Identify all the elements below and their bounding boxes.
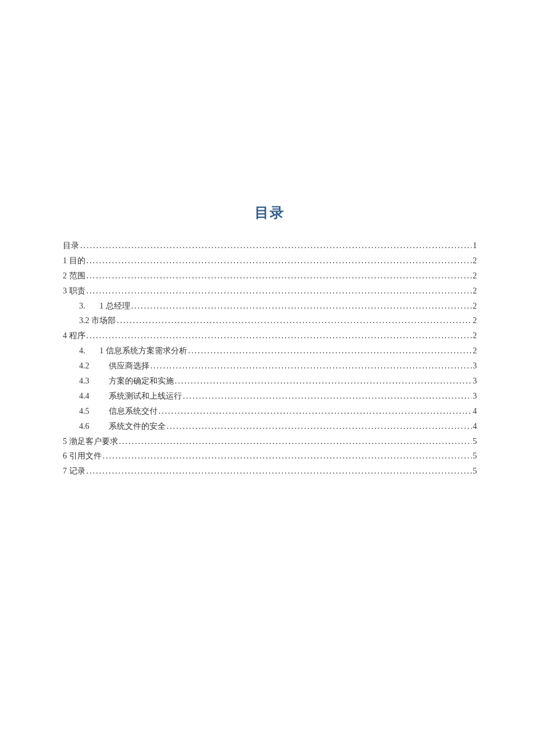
toc-entry-text: 3 职责 [63, 286, 85, 295]
toc-leader-dots [87, 253, 472, 268]
toc-entry-label: 4.3 方案的确定和实施 [79, 374, 174, 389]
toc-entry-label: 3.2 市场部 [79, 313, 116, 328]
toc-entry-label: 6 引用文件 [63, 449, 102, 464]
toc-leader-dots [103, 449, 472, 464]
toc-entry-page: 3 [473, 374, 477, 389]
toc-title: 目录 [63, 203, 477, 222]
toc-entry-text: 2 范围 [63, 271, 85, 280]
toc-entry: 5 渤足客户要求5 [63, 434, 477, 449]
toc-entry-number: 4.5 [79, 404, 102, 419]
toc-entry-label: 1 目的 [63, 253, 85, 268]
toc-entry-text: 5 渤足客户要求 [63, 437, 118, 446]
toc-entry-label: 4.4 系统测试和上线运行 [79, 389, 182, 404]
toc-leader-dots [151, 359, 472, 374]
toc-entry-page: 5 [473, 449, 477, 464]
toc-entry-number: 4. [79, 343, 95, 359]
toc-entry-label: 3 职责 [63, 284, 85, 299]
toc-entry-label: 4.6 系统文件的安全 [79, 419, 166, 434]
toc-entry: 3.2 市场部2 [63, 313, 477, 328]
toc-entry-page: 2 [473, 284, 477, 299]
toc-entry-text: 1 目的 [63, 256, 85, 265]
toc-entry-page: 5 [473, 464, 477, 479]
toc-entry-text: 3.2 市场部 [79, 316, 116, 325]
toc-leader-dots [87, 328, 472, 343]
toc-leader-dots [188, 343, 472, 359]
toc-entry-number: 4.2 [79, 359, 102, 374]
toc-entry-page: 4 [473, 419, 477, 434]
toc-entry-text: 6 引用文件 [63, 452, 102, 460]
document-page: 目录 目录11 目的22 范围23 职责23. 1 总经理23.2 市场部24 … [0, 0, 535, 479]
toc-entry-label: 4.5 信息系统交付 [79, 404, 158, 419]
toc-entry: 4.3 方案的确定和实施3 [63, 374, 477, 389]
toc-entry-label: 3. 1 总经理 [79, 299, 130, 314]
toc-entry: 目录1 [63, 238, 477, 253]
toc-leader-dots [117, 313, 472, 328]
toc-leader-dots [87, 464, 472, 479]
toc-entry-page: 2 [473, 328, 477, 343]
toc-entry-page: 3 [473, 359, 477, 374]
toc-leader-dots [87, 268, 472, 284]
toc-entry-page: 2 [473, 268, 477, 284]
toc-entry-page: 3 [473, 389, 477, 404]
toc-entry-text: 1 信息系统方案需求分析 [99, 346, 187, 355]
toc-entry-text: 系统文件的安全 [109, 422, 166, 431]
toc-entry-number: 4.6 [79, 419, 102, 434]
table-of-contents: 目录11 目的22 范围23 职责23. 1 总经理23.2 市场部24 程序2… [63, 238, 477, 479]
toc-entry-text: 信息系统交付 [109, 407, 158, 415]
toc-leader-dots [159, 404, 472, 419]
toc-entry: 4.4 系统测试和上线运行3 [63, 389, 477, 404]
toc-entry: 4.2 供应商选择3 [63, 359, 477, 374]
toc-entry-text: 方案的确定和实施 [109, 377, 174, 385]
toc-entry: 7 记录5 [63, 464, 477, 479]
toc-entry-number: 3. [79, 299, 95, 314]
toc-leader-dots [87, 284, 472, 299]
toc-entry: 4.5 信息系统交付4 [63, 404, 477, 419]
toc-leader-dots [131, 299, 472, 314]
toc-entry-number: 4.3 [79, 374, 102, 389]
toc-entry: 4 程序2 [63, 328, 477, 343]
toc-entry-page: 2 [473, 299, 477, 314]
toc-entry-page: 2 [473, 313, 477, 328]
toc-entry: 6 引用文件5 [63, 449, 477, 464]
toc-entry-number: 4.4 [79, 389, 102, 404]
toc-entry-page: 2 [473, 343, 477, 359]
toc-entry: 1 目的2 [63, 253, 477, 268]
toc-entry-text: 目录 [63, 241, 79, 250]
toc-entry: 2 范围2 [63, 268, 477, 284]
toc-entry-label: 目录 [63, 238, 79, 253]
toc-entry-text: 7 记录 [63, 467, 85, 475]
toc-entry-label: 4. 1 信息系统方案需求分析 [79, 343, 187, 359]
toc-leader-dots [183, 389, 472, 404]
toc-entry-page: 2 [473, 253, 477, 268]
toc-entry-text: 系统测试和上线运行 [109, 392, 182, 400]
toc-leader-dots [167, 419, 472, 434]
toc-entry-label: 7 记录 [63, 464, 85, 479]
toc-entry-text: 1 总经理 [99, 302, 130, 310]
toc-entry-label: 4.2 供应商选择 [79, 359, 149, 374]
toc-entry-page: 5 [473, 434, 477, 449]
toc-entry: 3. 1 总经理2 [63, 299, 477, 314]
toc-entry-label: 2 范围 [63, 268, 85, 284]
toc-entry: 3 职责2 [63, 284, 477, 299]
toc-entry-page: 1 [473, 238, 477, 253]
toc-entry-text: 供应商选择 [109, 361, 149, 370]
toc-entry: 4.6 系统文件的安全4 [63, 419, 477, 434]
toc-entry-label: 5 渤足客户要求 [63, 434, 118, 449]
toc-entry: 4. 1 信息系统方案需求分析2 [63, 343, 477, 359]
toc-entry-page: 4 [473, 404, 477, 419]
toc-entry-text: 4 程序 [63, 331, 85, 340]
toc-leader-dots [80, 238, 472, 253]
toc-leader-dots [175, 374, 472, 389]
toc-entry-label: 4 程序 [63, 328, 85, 343]
toc-leader-dots [119, 434, 472, 449]
